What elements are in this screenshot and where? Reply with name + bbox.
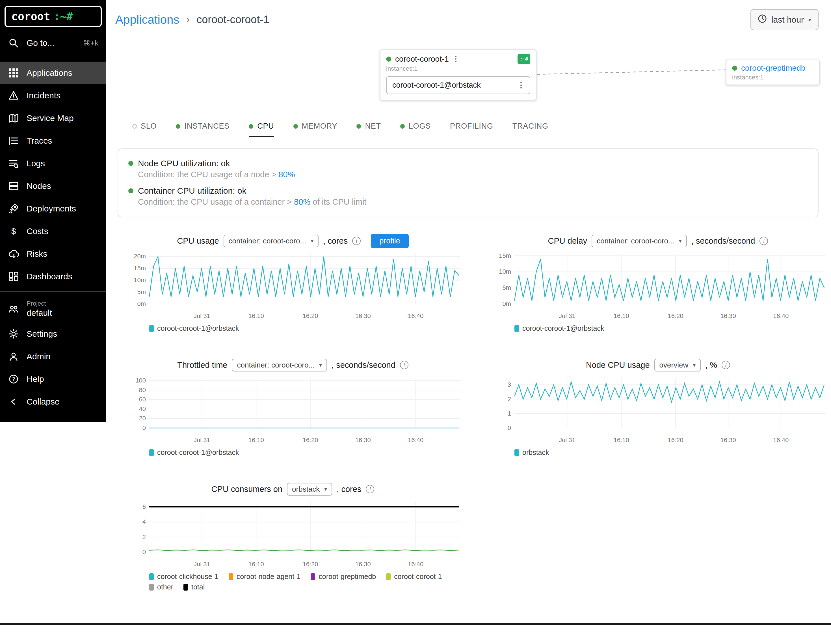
- tab-status-dot: [400, 124, 405, 129]
- warning-triangle-icon: [8, 90, 19, 101]
- legend-item[interactable]: coroot-coroot-1: [386, 572, 442, 581]
- sidebar-item-dashboards[interactable]: Dashboards: [0, 265, 106, 288]
- status-condition: Condition: the CPU usage of a container …: [138, 197, 808, 207]
- traces-list-icon: [8, 135, 19, 147]
- tab-logs[interactable]: LOGS: [400, 122, 431, 137]
- chevron-down-icon: ▾: [319, 362, 322, 368]
- svg-text:16:30: 16:30: [355, 561, 371, 567]
- sidebar-item-label: Dashboards: [27, 272, 72, 281]
- info-icon[interactable]: i: [352, 237, 361, 245]
- legend-item[interactable]: coroot-clickhouse-1: [149, 572, 218, 581]
- coroot-logo[interactable]: coroot :~#: [5, 6, 102, 27]
- instance-row[interactable]: coroot-coroot-1@orbstack: [386, 77, 530, 94]
- sidebar-item-applications[interactable]: Applications: [0, 62, 106, 84]
- charts-grid: CPU usage container: coroot-coro...▾ , c…: [123, 233, 831, 616]
- info-icon[interactable]: i: [722, 361, 730, 369]
- tab-memory[interactable]: MEMORY: [293, 122, 337, 137]
- legend-item[interactable]: coroot-coroot-1@orbstack: [149, 324, 239, 332]
- legend-swatch: [149, 573, 154, 580]
- tab-slo[interactable]: SLO: [132, 122, 157, 137]
- node-select[interactable]: orbstack▾: [287, 483, 332, 496]
- tab-label: SLO: [141, 122, 157, 131]
- dollar-icon: $: [8, 226, 19, 237]
- throttled-time-plot[interactable]: 020406080100Jul 3116:1016:2016:3016:40: [123, 375, 462, 447]
- kebab-menu-icon[interactable]: [453, 54, 459, 63]
- rocket-icon: [8, 203, 19, 214]
- sidebar-item-costs[interactable]: $ Costs: [0, 220, 106, 242]
- project-selector[interactable]: Project default: [0, 295, 106, 322]
- svg-text:16:30: 16:30: [355, 437, 371, 443]
- service-card-main[interactable]: coroot-coroot-1 :~# instances:1 coroot-c…: [380, 49, 536, 100]
- condition-threshold-link[interactable]: 80%: [294, 197, 310, 206]
- legend-item[interactable]: coroot-coroot-1@orbstack: [149, 448, 239, 457]
- time-range-selector[interactable]: last hour ▾: [750, 9, 818, 30]
- sidebar-item-deployments[interactable]: Deployments: [0, 197, 106, 220]
- status-condition: Condition: the CPU usage of a node > 80%: [138, 170, 808, 179]
- svg-text:10m: 10m: [134, 276, 146, 284]
- sidebar-item-nodes[interactable]: Nodes: [0, 175, 106, 197]
- chevron-down-icon: ▾: [809, 16, 811, 23]
- sidebar-item-incidents[interactable]: Incidents: [0, 84, 106, 107]
- goto-search[interactable]: Go to... ⌘+k: [0, 30, 106, 54]
- node-cpu-usage-plot[interactable]: 0123Jul 3116:1016:2016:3016:40: [489, 375, 828, 447]
- container-select[interactable]: container: coroot-coro...▾: [232, 359, 327, 371]
- chart-title: Node CPU usage: [586, 360, 650, 370]
- legend-item[interactable]: coroot-coroot-1@orbstack: [514, 324, 604, 332]
- cpu-usage-plot[interactable]: 0m5m10m15m20mJul 3116:1016:2016:3016:40: [123, 251, 462, 323]
- sidebar-item-label: Service Map: [27, 113, 74, 123]
- svg-text:16:10: 16:10: [614, 312, 629, 319]
- sidebar-item-logs[interactable]: Logs: [0, 152, 106, 175]
- svg-text:5m: 5m: [137, 289, 146, 295]
- sidebar-item-help[interactable]: ? Help: [0, 368, 106, 391]
- report-tabs: SLO INSTANCES CPU MEMORY NET LOGS PROFIL…: [132, 122, 831, 137]
- sidebar-item-admin[interactable]: Admin: [0, 345, 106, 368]
- sidebar-item-label: Costs: [27, 226, 48, 236]
- tab-net[interactable]: NET: [357, 122, 381, 137]
- svg-text:Jul 31: Jul 31: [194, 437, 210, 443]
- legend-item[interactable]: coroot-greptimedb: [310, 572, 376, 581]
- legend-item[interactable]: coroot-node-agent-1: [229, 572, 301, 581]
- sidebar-item-label: Applications: [27, 68, 72, 78]
- svg-text:0: 0: [142, 424, 146, 431]
- cpu-consumers-plot[interactable]: 0246Jul 3116:1016:2016:3016:40: [123, 499, 462, 571]
- info-icon[interactable]: i: [400, 361, 408, 369]
- svg-text:16:10: 16:10: [248, 312, 264, 319]
- sidebar-item-traces[interactable]: Traces: [0, 129, 106, 152]
- sidebar-item-collapse[interactable]: Collapse: [0, 391, 106, 413]
- svg-text:16:20: 16:20: [302, 312, 318, 319]
- sidebar-item-service-map[interactable]: Service Map: [0, 107, 106, 129]
- peer-service-link[interactable]: coroot-greptimedb: [741, 64, 805, 73]
- legend-swatch: [183, 584, 188, 591]
- legend-item[interactable]: orbstack: [514, 448, 549, 457]
- sidebar-divider: [0, 291, 106, 292]
- tab-cpu[interactable]: CPU: [249, 122, 274, 137]
- condition-threshold-link[interactable]: 80%: [279, 170, 295, 179]
- sidebar-item-settings[interactable]: Settings: [0, 322, 106, 345]
- info-icon[interactable]: i: [759, 237, 768, 245]
- legend-swatch: [149, 325, 154, 332]
- info-icon[interactable]: i: [366, 485, 374, 493]
- svg-text:?: ?: [12, 376, 15, 382]
- tab-status-dot: [357, 124, 361, 129]
- sidebar-item-label: Settings: [27, 329, 57, 339]
- legend-item[interactable]: total: [183, 583, 205, 591]
- tab-tracing[interactable]: TRACING: [513, 122, 548, 137]
- coroot-badge: :~#: [517, 54, 530, 64]
- tab-profiling[interactable]: PROFILING: [450, 122, 493, 137]
- sidebar-item-risks[interactable]: Risks: [0, 242, 106, 265]
- svg-text:Jul 31: Jul 31: [559, 312, 575, 319]
- breadcrumb-applications-link[interactable]: Applications: [115, 13, 179, 27]
- service-card-peer[interactable]: coroot-greptimedb instances:1: [726, 60, 820, 85]
- kebab-menu-icon[interactable]: [518, 81, 524, 89]
- container-select[interactable]: container: coroot-coro...▾: [224, 234, 319, 247]
- legend-item[interactable]: other: [149, 583, 173, 591]
- sidebar-item-label: Help: [27, 374, 44, 384]
- tab-instances[interactable]: INSTANCES: [176, 122, 229, 137]
- overview-select[interactable]: overview▾: [654, 359, 701, 371]
- breadcrumb-current: coroot-coroot-1: [196, 14, 269, 26]
- chart-title: CPU usage: [177, 236, 219, 245]
- profile-button[interactable]: profile: [371, 234, 409, 248]
- svg-text:20m: 20m: [134, 253, 146, 260]
- cpu-delay-plot[interactable]: 0m5m10m15mJul 3116:1016:2016:3016:40: [489, 251, 828, 323]
- container-select[interactable]: container: coroot-coro...▾: [592, 234, 687, 247]
